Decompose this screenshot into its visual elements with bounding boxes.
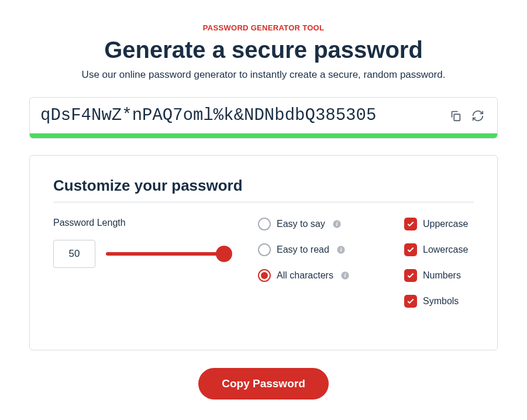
radio-easy-to-say[interactable] bbox=[258, 218, 271, 230]
length-slider[interactable] bbox=[106, 247, 229, 261]
checkbox-label-symbols: Symbols bbox=[423, 296, 459, 307]
svg-text:i: i bbox=[345, 273, 346, 278]
length-label: Password Length bbox=[53, 218, 229, 228]
password-display-card: qDsF4NwZ*nPAQ7oml%k&NDNbdbQ385305 bbox=[29, 97, 498, 139]
customize-card: Customize your password Password Length … bbox=[29, 155, 498, 350]
radio-label-easy-to-read: Easy to read bbox=[277, 245, 329, 255]
radio-label-all-characters: All characters bbox=[277, 270, 333, 281]
refresh-icon[interactable] bbox=[469, 107, 487, 125]
info-icon[interactable]: i bbox=[340, 271, 350, 280]
customize-title: Customize your password bbox=[53, 177, 474, 202]
svg-text:i: i bbox=[336, 221, 337, 227]
header-eyebrow: PASSWORD GENERATOR TOOL bbox=[29, 23, 498, 32]
info-icon[interactable]: i bbox=[336, 245, 346, 254]
svg-rect-0 bbox=[454, 114, 460, 121]
copy-icon[interactable] bbox=[447, 107, 464, 125]
checkbox-label-numbers: Numbers bbox=[423, 270, 461, 281]
copy-password-button[interactable]: Copy Password bbox=[198, 368, 329, 400]
svg-text:i: i bbox=[340, 247, 342, 253]
generated-password: qDsF4NwZ*nPAQ7oml%k&NDNbdbQ385305 bbox=[40, 106, 442, 125]
info-icon[interactable]: i bbox=[332, 219, 342, 229]
header-subtitle: Use our online password generator to ins… bbox=[29, 69, 498, 81]
checkbox-numbers[interactable] bbox=[404, 269, 417, 282]
length-input[interactable] bbox=[53, 240, 95, 268]
radio-easy-to-read[interactable] bbox=[258, 243, 271, 256]
checkbox-lowercase[interactable] bbox=[404, 243, 417, 256]
radio-all-characters[interactable] bbox=[258, 269, 271, 282]
checkbox-uppercase[interactable] bbox=[404, 218, 417, 230]
checkbox-label-lowercase: Lowercase bbox=[423, 245, 468, 255]
radio-label-easy-to-say: Easy to say bbox=[277, 219, 325, 229]
checkbox-symbols[interactable] bbox=[404, 295, 417, 308]
checkbox-label-uppercase: Uppercase bbox=[423, 219, 468, 229]
strength-indicator bbox=[30, 133, 497, 138]
page-title: Generate a secure password bbox=[29, 37, 498, 63]
